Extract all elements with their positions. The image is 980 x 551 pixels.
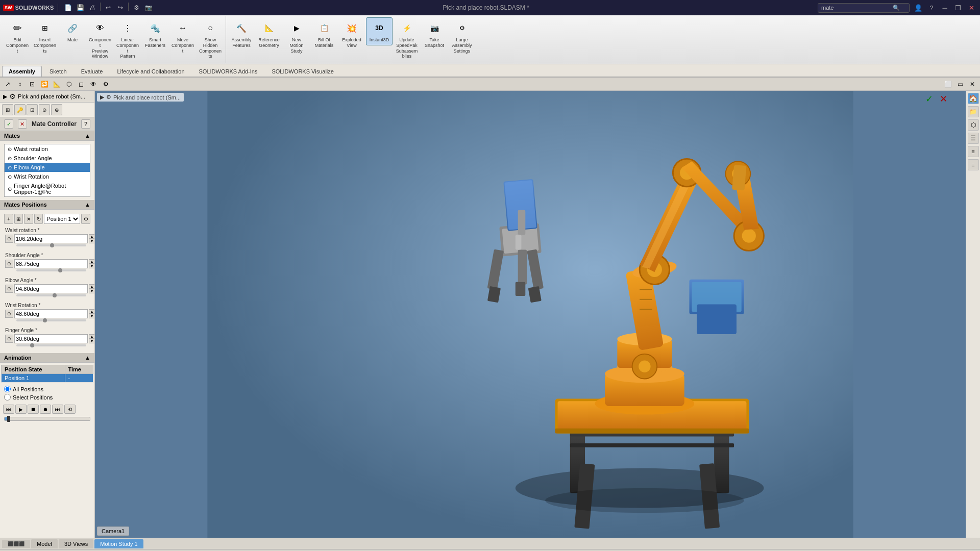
sec-btn-1[interactable]: ↗ — [2, 79, 13, 89]
user-icon[interactable]: 👤 — [913, 2, 924, 13]
shoulder-value-input[interactable] — [14, 259, 88, 268]
progress-bar[interactable] — [4, 417, 90, 421]
wrist-slider-track[interactable] — [16, 319, 86, 321]
tab-assembly[interactable]: Assembly — [2, 66, 42, 77]
anim-record[interactable]: ⏺ — [40, 405, 51, 414]
rp-btn-configurations[interactable]: ⬡ — [968, 119, 979, 131]
rp-btn-display[interactable]: ☰ — [968, 133, 979, 144]
minimize-button[interactable]: ─ — [939, 2, 950, 13]
qa-new[interactable]: 📄 — [62, 3, 74, 13]
tb-component-preview[interactable]: 👁 ComponentPreviewWindow — [87, 17, 113, 62]
radio-select-positions-input[interactable] — [4, 394, 11, 400]
animation-row-1[interactable]: Position 1 - — [2, 374, 93, 383]
sec-btn-3[interactable]: ⊡ — [27, 79, 38, 89]
finger-spin-up[interactable]: ▲ — [89, 334, 95, 339]
tb-exploded-view[interactable]: 💥 ExplodedView — [338, 17, 365, 51]
waist-value-input[interactable] — [14, 234, 88, 243]
tb-edit-component[interactable]: ✏ EditComponent — [4, 17, 31, 56]
qa-save[interactable]: 💾 — [75, 3, 86, 13]
tb-smart-fasteners[interactable]: 🔩 SmartFasteners — [142, 17, 168, 51]
bottom-tab-3dviews[interactable]: 3D Views — [59, 539, 93, 548]
search-box[interactable]: 🔍 — [818, 3, 910, 13]
progress-thumb[interactable] — [7, 416, 10, 422]
tb-update-speedpak[interactable]: ⚡ UpdateSpeedPakSubassemblies — [394, 17, 420, 62]
pos-delete[interactable]: ✕ — [24, 214, 33, 224]
tb-linear-pattern[interactable]: ⋮ LinearComponentPattern — [114, 17, 141, 62]
tab-addins[interactable]: SOLIDWORKS Add-Ins — [192, 66, 264, 77]
animation-section-header[interactable]: Animation ▲ — [0, 353, 94, 363]
radio-select-positions[interactable]: Select Positions — [4, 394, 90, 400]
bottom-tab-motion-study[interactable]: Motion Study 1 — [94, 539, 143, 548]
tb-mate[interactable]: 🔗 Mate — [59, 17, 86, 45]
radio-all-positions-input[interactable] — [4, 386, 11, 392]
elbow-slider-thumb[interactable] — [53, 293, 57, 297]
qa-undo[interactable]: ↩ — [103, 3, 114, 13]
elbow-spin-down[interactable]: ▼ — [89, 289, 95, 293]
bottom-tab-icons[interactable]: ⬛⬛⬛ — [2, 540, 30, 548]
sec-btn-2[interactable]: ↕ — [14, 79, 26, 89]
mate-waist-rotation[interactable]: ⊙ Waist rotation — [5, 144, 90, 154]
sec-btn-9[interactable]: ⚙ — [100, 79, 111, 89]
mates-positions-header[interactable]: Mates Positions ▲ — [0, 200, 94, 210]
qa-redo[interactable]: ↪ — [115, 3, 126, 13]
rp-btn-appearance[interactable]: ≡ — [968, 146, 979, 157]
search-input[interactable] — [821, 5, 893, 11]
elbow-spin-up[interactable]: ▲ — [89, 284, 95, 289]
qa-camera[interactable]: 📷 — [143, 3, 154, 13]
panel-icon-4[interactable]: ⊙ — [39, 104, 50, 115]
tb-show-hidden[interactable]: ○ ShowHiddenComponents — [197, 17, 224, 62]
waist-spin-down[interactable]: ▼ — [89, 239, 95, 243]
sec-btn-4[interactable]: 🔁 — [39, 79, 50, 89]
panel-icon-1[interactable]: ⊞ — [2, 104, 13, 115]
anim-stop[interactable]: ⏹ — [28, 405, 39, 414]
panel-icon-2[interactable]: 🔑 — [14, 104, 26, 115]
tb-instant3d[interactable]: 3D Instant3D — [366, 17, 393, 45]
sec-btn-5[interactable]: 📐 — [51, 79, 62, 89]
mate-controller-accept[interactable]: ✓ — [4, 119, 13, 129]
rp-btn-custom[interactable]: ≡ — [968, 159, 979, 170]
viewport[interactable]: ▶ ⚙ Pick and place robot (Sm... ✓ ✕ Came… — [95, 91, 966, 538]
elbow-slider-track[interactable] — [16, 294, 86, 296]
waist-spin-up[interactable]: ▲ — [89, 234, 95, 239]
panel-icon-3[interactable]: ⊡ — [27, 104, 38, 115]
mates-section-header[interactable]: Mates ▲ — [0, 131, 94, 141]
wrist-value-input[interactable] — [14, 309, 88, 318]
close-button[interactable]: ✕ — [966, 2, 977, 13]
mate-controller-help[interactable]: ? — [81, 119, 90, 129]
sec-btn-8[interactable]: 👁 — [88, 79, 99, 89]
mate-elbow-angle[interactable]: ⊙ Elbow Angle — [5, 163, 90, 172]
elbow-value-input[interactable] — [14, 284, 88, 293]
mate-finger-angle[interactable]: ⊙ Finger Angle@Robot Gripper-1@Pic — [5, 181, 90, 196]
sec-collapse[interactable]: ▭ — [954, 79, 966, 89]
anim-last[interactable]: ⏭ — [52, 405, 63, 414]
tb-bill-of-materials[interactable]: 📋 Bill OfMaterials — [311, 17, 337, 51]
tb-take-snapshot[interactable]: 📷 TakeSnapshot — [421, 17, 448, 51]
mate-controller-cancel[interactable]: ✕ — [18, 119, 27, 129]
tb-large-assembly[interactable]: ⚙ LargeAssemblySettings — [449, 17, 475, 56]
pos-settings[interactable]: ⚙ — [81, 214, 90, 224]
tab-lifecycle[interactable]: Lifecycle and Collaboration — [110, 66, 191, 77]
pos-update[interactable]: ↻ — [34, 214, 43, 224]
tb-insert-components[interactable]: ⊞ InsertComponents — [32, 17, 58, 56]
finger-slider-thumb[interactable] — [30, 343, 34, 347]
mate-wrist-rotation[interactable]: ⊙ Wrist Rotation — [5, 172, 90, 181]
pos-add[interactable]: + — [4, 214, 13, 224]
radio-all-positions[interactable]: All Positions — [4, 386, 90, 392]
finger-slider-track[interactable] — [16, 344, 86, 346]
tree-collapse-icon[interactable]: ▶ — [3, 93, 7, 100]
anim-first[interactable]: ⏮ — [3, 405, 14, 414]
shoulder-slider-thumb[interactable] — [58, 268, 62, 272]
sec-expand[interactable]: ⬜ — [942, 79, 953, 89]
wrist-spin-down[interactable]: ▼ — [89, 314, 95, 318]
shoulder-slider-track[interactable] — [16, 269, 86, 271]
anim-play[interactable]: ▶ — [15, 405, 27, 414]
bottom-tab-model[interactable]: Model — [31, 539, 58, 548]
help-icon[interactable]: ? — [926, 2, 937, 13]
qa-settings[interactable]: ⚙ — [131, 3, 142, 13]
qa-print[interactable]: 🖨 — [87, 3, 98, 13]
pos-copy[interactable]: ⊞ — [14, 214, 23, 224]
sec-btn-6[interactable]: ⬡ — [63, 79, 75, 89]
waist-slider-thumb[interactable] — [50, 243, 54, 247]
tb-reference-geometry[interactable]: 📐 ReferenceGeometry — [256, 17, 282, 51]
restore-button[interactable]: ❐ — [952, 2, 964, 13]
